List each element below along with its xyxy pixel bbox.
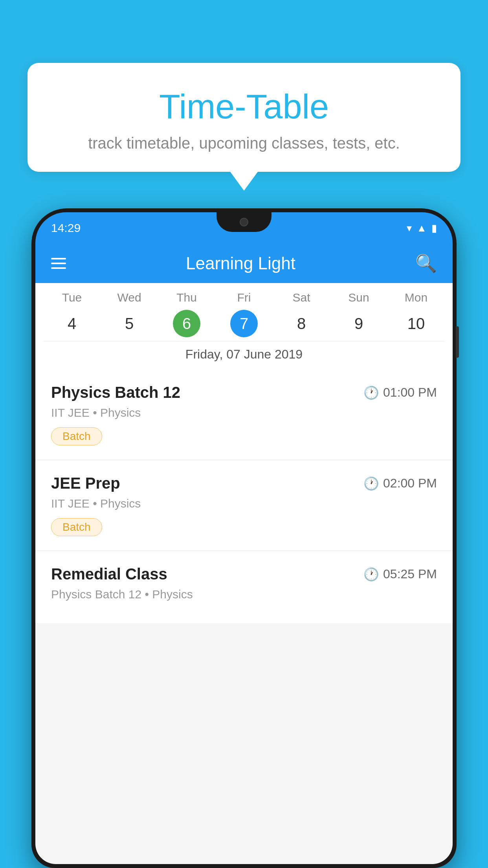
calendar-day[interactable]: Wed5 xyxy=(101,291,158,337)
day-name: Tue xyxy=(43,291,101,304)
batch-badge: Batch xyxy=(51,427,102,445)
battery-icon: ▮ xyxy=(431,222,437,234)
status-icons: ▾ ▲ ▮ xyxy=(407,222,437,234)
clock-icon: 🕐 xyxy=(363,385,379,400)
search-button[interactable]: 🔍 xyxy=(415,253,437,274)
days-row: Tue4Wed5Thu6Fri7Sat8Sun9Mon10 xyxy=(43,283,445,341)
tooltip-card: Time-Table track timetable, upcoming cla… xyxy=(28,63,460,172)
app-title: Learning Light xyxy=(66,254,415,273)
clock-icon: 🕐 xyxy=(363,476,379,491)
day-name: Sun xyxy=(330,291,387,304)
schedule-list: Physics Batch 12🕐01:00 PMIIT JEE • Physi… xyxy=(35,370,453,623)
notch xyxy=(216,212,272,232)
status-bar: 14:29 ▾ ▲ ▮ xyxy=(35,212,453,244)
tooltip-title: Time-Table xyxy=(51,86,437,127)
signal-icon: ▲ xyxy=(416,222,427,234)
tooltip-subtitle: track timetable, upcoming classes, tests… xyxy=(51,134,437,152)
day-number[interactable]: 5 xyxy=(116,310,143,337)
calendar-strip: Tue4Wed5Thu6Fri7Sat8Sun9Mon10 Friday, 07… xyxy=(35,283,453,370)
menu-button[interactable] xyxy=(51,258,66,269)
schedule-meta: IIT JEE • Physics xyxy=(51,406,437,419)
calendar-day[interactable]: Sat8 xyxy=(273,291,330,337)
day-name: Thu xyxy=(158,291,215,304)
schedule-title: JEE Prep xyxy=(51,474,120,492)
day-name: Wed xyxy=(101,291,158,304)
day-number[interactable]: 9 xyxy=(345,310,372,337)
calendar-day[interactable]: Tue4 xyxy=(43,291,101,337)
schedule-item[interactable]: Remedial Class🕐05:25 PMPhysics Batch 12 … xyxy=(35,551,453,623)
schedule-item[interactable]: Physics Batch 12🕐01:00 PMIIT JEE • Physi… xyxy=(35,370,453,460)
schedule-title: Physics Batch 12 xyxy=(51,384,180,401)
status-time: 14:29 xyxy=(51,221,81,235)
day-number[interactable]: 6 xyxy=(173,310,200,337)
phone-screen: Learning Light 🔍 Tue4Wed5Thu6Fri7Sat8Sun… xyxy=(35,244,453,864)
schedule-time: 🕐01:00 PM xyxy=(363,385,437,400)
day-name: Fri xyxy=(215,291,273,304)
selected-date-label: Friday, 07 June 2019 xyxy=(43,341,445,370)
camera xyxy=(240,218,248,226)
clock-icon: 🕐 xyxy=(363,567,379,582)
day-name: Sat xyxy=(273,291,330,304)
calendar-day[interactable]: Fri7 xyxy=(215,291,273,337)
phone-frame: 14:29 ▾ ▲ ▮ Learning Light 🔍 Tue4Wed5Thu… xyxy=(31,208,457,868)
day-number[interactable]: 8 xyxy=(288,310,315,337)
wifi-icon: ▾ xyxy=(407,222,412,234)
phone-side-button xyxy=(456,326,459,358)
day-number[interactable]: 7 xyxy=(230,310,258,337)
schedule-title: Remedial Class xyxy=(51,565,167,583)
schedule-time: 🕐05:25 PM xyxy=(363,567,437,582)
batch-badge: Batch xyxy=(51,518,102,536)
calendar-day[interactable]: Mon10 xyxy=(387,291,445,337)
schedule-meta: Physics Batch 12 • Physics xyxy=(51,588,437,601)
calendar-day[interactable]: Sun9 xyxy=(330,291,387,337)
app-header: Learning Light 🔍 xyxy=(35,244,453,283)
schedule-time: 🕐02:00 PM xyxy=(363,476,437,491)
schedule-meta: IIT JEE • Physics xyxy=(51,497,437,510)
day-number[interactable]: 4 xyxy=(58,310,86,337)
day-number[interactable]: 10 xyxy=(402,310,430,337)
calendar-day[interactable]: Thu6 xyxy=(158,291,215,337)
schedule-item[interactable]: JEE Prep🕐02:00 PMIIT JEE • PhysicsBatch xyxy=(35,460,453,550)
day-name: Mon xyxy=(387,291,445,304)
